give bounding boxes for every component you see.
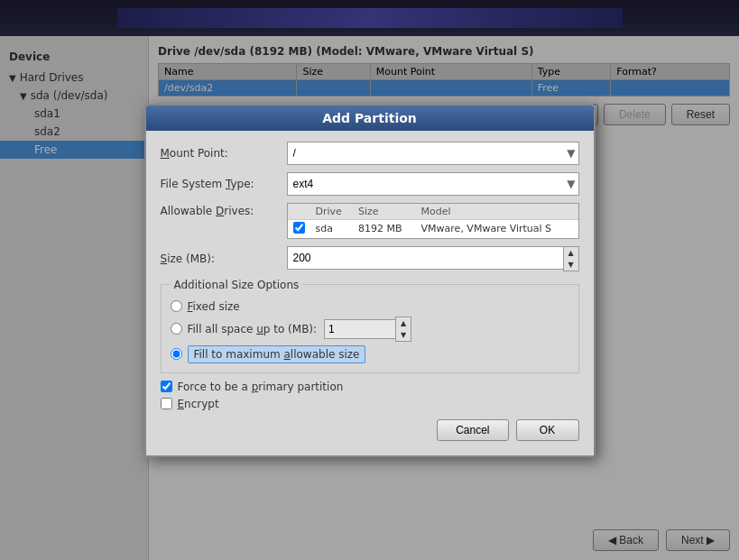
size-input[interactable]: [287, 246, 564, 270]
fixed-size-radio[interactable]: [171, 300, 182, 312]
modal-title: Add Partition: [322, 111, 417, 125]
fill-up-input-wrapper: ▲ ▼: [324, 317, 411, 342]
drive-checkbox-cell: [288, 219, 310, 238]
allowable-drives-label: Allowable Drives:: [161, 203, 287, 217]
filesystem-select-wrapper: ext4 ▼: [287, 172, 579, 196]
fill-up-spin-up[interactable]: ▲: [396, 317, 411, 329]
modal-body: Mount Point: / ▼ File System Type: ext4: [146, 131, 594, 455]
add-partition-dialog: Add Partition Mount Point: / ▼ File Sy: [144, 104, 596, 457]
fill-up-row: Fill all space up to (MB): ▲ ▼: [171, 317, 569, 342]
ok-button[interactable]: OK: [516, 419, 579, 441]
encrypt-row: Encrypt: [161, 398, 579, 410]
drives-table-container: Drive Size Model sda 8192 M: [287, 203, 579, 239]
col-size: Size: [353, 204, 416, 220]
size-label: Size (MB):: [161, 252, 287, 265]
force-primary-row: Force to be a primary partition: [161, 381, 579, 393]
modal-overlay: Add Partition Mount Point: / ▼ File Sy: [0, 0, 739, 560]
force-primary-label: Force to be a primary partition: [178, 381, 344, 393]
size-spinner: ▲ ▼: [563, 246, 579, 271]
col-drive: Drive: [310, 204, 354, 220]
mount-point-row: Mount Point: / ▼: [161, 142, 579, 165]
fixed-size-row: Fixed size: [171, 300, 569, 313]
mount-underline: Mount Point:: [161, 147, 228, 160]
mount-point-select[interactable]: /: [287, 142, 579, 165]
fill-up-input[interactable]: [324, 319, 396, 339]
drive-model-cell: VMware, VMware Virtual S: [416, 219, 578, 238]
options-legend: Additional Size Options: [171, 279, 303, 291]
size-row: Size (MB): ▲ ▼: [161, 246, 579, 271]
allowable-drives-row: Allowable Drives: Drive Size Model: [161, 203, 579, 239]
drive-name-cell: sda: [310, 219, 354, 238]
fill-up-label: Fill all space up to (MB):: [188, 323, 318, 335]
col-check: [288, 204, 310, 220]
additional-size-options: Additional Size Options Fixed size Fill …: [161, 279, 579, 373]
fill-max-radio[interactable]: [171, 348, 182, 360]
allowable-drives-table: Drive Size Model sda 8192 M: [288, 204, 578, 238]
drive-checkbox[interactable]: [293, 222, 305, 234]
fill-up-radio[interactable]: [171, 323, 182, 335]
col-model: Model: [416, 204, 578, 220]
modal-footer: Cancel OK: [161, 419, 579, 445]
size-input-wrapper: ▲ ▼: [287, 246, 579, 271]
filesystem-type-row: File System Type: ext4 ▼: [161, 172, 579, 196]
fill-up-spin-down[interactable]: ▼: [396, 329, 411, 341]
drive-table-row[interactable]: sda 8192 MB VMware, VMware Virtual S: [288, 219, 578, 238]
fill-up-spinner: ▲ ▼: [395, 317, 411, 342]
filesystem-select[interactable]: ext4: [287, 172, 579, 196]
filesystem-label: File System Type:: [161, 178, 287, 190]
fixed-size-label: Fixed size: [188, 300, 240, 313]
mount-point-select-wrapper: / ▼: [287, 142, 579, 165]
mount-point-label: Mount Point:: [161, 147, 287, 160]
size-spin-down[interactable]: ▼: [564, 259, 578, 271]
drive-size-cell: 8192 MB: [353, 219, 416, 238]
force-primary-checkbox[interactable]: [161, 381, 172, 392]
size-spin-up[interactable]: ▲: [564, 247, 578, 259]
cancel-button[interactable]: Cancel: [437, 419, 508, 441]
fill-max-row: Fill to maximum allowable size: [171, 345, 569, 363]
modal-title-bar: Add Partition: [146, 106, 594, 131]
fill-max-label: Fill to maximum allowable size: [188, 345, 366, 363]
encrypt-checkbox[interactable]: [161, 398, 172, 409]
encrypt-label: Encrypt: [178, 398, 219, 410]
